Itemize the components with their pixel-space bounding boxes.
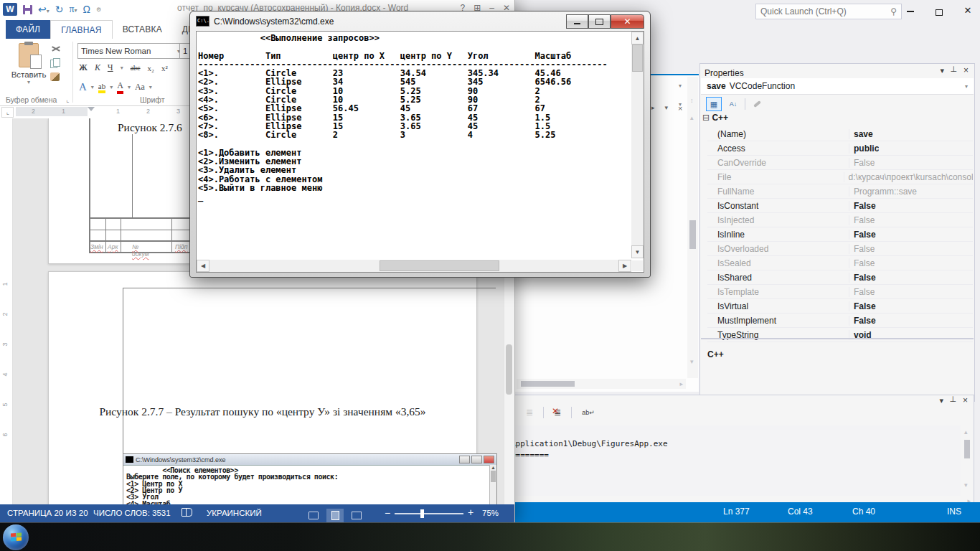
undo-icon[interactable]: ↩▾: [38, 4, 50, 15]
scroll-up-icon[interactable]: ▲: [631, 32, 644, 44]
save-icon[interactable]: [23, 5, 32, 14]
font-color-button[interactable]: А: [117, 80, 123, 94]
chevron-down-icon[interactable]: ▾: [91, 84, 94, 90]
scrollbar-thumb[interactable]: [632, 44, 643, 72]
property-value[interactable]: False: [849, 230, 876, 240]
tab-selector[interactable]: ⌞: [1, 107, 14, 118]
chevron-down-icon[interactable]: ▾: [940, 66, 944, 75]
tab-file[interactable]: ФАЙЛ: [6, 20, 50, 39]
property-value[interactable]: False: [849, 201, 876, 211]
superscript-button[interactable]: x²: [161, 64, 168, 72]
cmd-window[interactable]: C:\. C:\Windows\system32\cmd.exe ✕ <<Вып…: [189, 11, 651, 278]
categorized-icon[interactable]: ▦: [706, 97, 722, 111]
property-row[interactable]: FullNameProgramm::save: [707, 184, 973, 199]
property-row[interactable]: TypeStringvoid: [707, 328, 973, 342]
output-content[interactable]: Application1\Debug\FiguresApp.exe ======…: [507, 425, 961, 496]
property-value[interactable]: False: [849, 215, 875, 225]
close-button[interactable]: ✕: [611, 14, 644, 29]
underline-button[interactable]: Ч: [108, 62, 113, 73]
output-header-grab[interactable]: [510, 398, 928, 404]
format-painter-icon[interactable]: [50, 72, 60, 81]
language-indicator[interactable]: УКРАИНСКИЙ: [207, 509, 262, 517]
minimize-button[interactable]: [566, 14, 588, 29]
italic-button[interactable]: К: [95, 62, 100, 73]
symbol-icon[interactable]: Ω: [83, 4, 90, 15]
scroll-up-icon[interactable]: ▴: [964, 428, 968, 435]
chevron-down-icon[interactable]: ▾: [679, 83, 682, 89]
properties-header[interactable]: Properties: [705, 66, 931, 76]
property-row[interactable]: IsInlineFalse: [707, 227, 973, 242]
editor-vertical-scrollbar[interactable]: ↕ ▴ ▾: [687, 77, 698, 378]
restore-button[interactable]: [930, 6, 948, 19]
property-value[interactable]: False: [849, 244, 875, 254]
pin-icon[interactable]: ⊥: [949, 395, 956, 404]
section-cpp[interactable]: ⊟ C++: [702, 113, 728, 126]
navigate-icon[interactable]: ≣: [526, 408, 533, 418]
scrollbar-thumb[interactable]: [380, 260, 499, 271]
console-viewport[interactable]: <<Выполнение запросов>> Номер Тип центр …: [196, 31, 644, 273]
proofing-icon[interactable]: [182, 508, 192, 518]
minimize-button[interactable]: [901, 4, 920, 17]
quick-launch-box[interactable]: Quick Launch (Ctrl+Q) ⚲: [755, 4, 902, 19]
dialog-launcher-icon[interactable]: ⌞: [66, 96, 69, 103]
scrollbar-thumb[interactable]: [521, 381, 575, 387]
web-layout-button[interactable]: [348, 509, 365, 522]
property-value[interactable]: d:\курсач\проект\kursach\console: [844, 172, 973, 182]
change-case-button[interactable]: Аа: [135, 82, 145, 93]
cmd-titlebar[interactable]: C:\. C:\Windows\system32\cmd.exe: [196, 16, 334, 27]
page-indicator[interactable]: СТРАНИЦА 20 ИЗ 20: [7, 509, 88, 517]
collapse-icon[interactable]: ⊟: [702, 113, 710, 123]
property-value[interactable]: False: [849, 158, 875, 168]
zoom-level[interactable]: 75%: [482, 509, 499, 517]
console-horizontal-scrollbar[interactable]: ◀ ▶: [197, 260, 631, 272]
object-selector-combo[interactable]: save VCCodeFunction ▾: [701, 78, 974, 95]
zoom-out-button[interactable]: −: [385, 507, 390, 519]
editor-mini-toolbar[interactable]: ▸ ▾ ×: [651, 104, 683, 113]
property-value[interactable]: False: [849, 273, 876, 283]
word-count[interactable]: ЧИСЛО СЛОВ: 3531: [93, 509, 171, 517]
page-2[interactable]: C:\Windows\system32\cmd.exe <<Поиск елем…: [48, 271, 477, 504]
property-value[interactable]: public: [849, 143, 879, 154]
clear-all-icon[interactable]: ≣✕: [554, 408, 561, 418]
indent-marker[interactable]: [88, 107, 95, 115]
scroll-up-icon[interactable]: ▴: [690, 114, 694, 121]
highlight-button[interactable]: ab: [98, 82, 105, 93]
close-icon[interactable]: ×: [963, 65, 969, 75]
property-row[interactable]: MustImplementFalse: [707, 314, 973, 328]
zoom-slider-track[interactable]: [395, 513, 463, 514]
maximize-button[interactable]: [588, 14, 611, 29]
scroll-right-icon[interactable]: ▸: [679, 380, 683, 387]
scrollbar-thumb[interactable]: [506, 344, 512, 395]
zoom-in-button[interactable]: +: [468, 507, 473, 518]
output-vertical-scrollbar[interactable]: ▴ ▾: [962, 425, 972, 494]
chevron-down-icon[interactable]: ▾: [665, 104, 669, 113]
scroll-right-icon[interactable]: ▶: [618, 260, 631, 272]
paste-button[interactable]: Вставить ▾: [10, 43, 47, 85]
chevron-down-icon[interactable]: ▾: [939, 396, 943, 405]
font-name-combo[interactable]: Times New Roman ▾: [77, 43, 184, 59]
customize-qat-icon[interactable]: ⚙︎: [96, 6, 101, 13]
property-row[interactable]: IsOverloadedFalse: [707, 242, 973, 256]
scrollbar-thumb[interactable]: [964, 440, 970, 458]
scrollbar-thumb[interactable]: [689, 220, 696, 249]
chevron-down-icon[interactable]: ▾: [110, 84, 113, 90]
word-wrap-icon[interactable]: ab↵: [582, 409, 595, 416]
bold-button[interactable]: Ж: [79, 62, 88, 73]
panel-splitter[interactable]: [701, 338, 974, 339]
property-row[interactable]: Accesspublic: [707, 141, 973, 156]
resize-gripper[interactable]: [632, 260, 643, 271]
vertical-ruler[interactable]: 123456: [0, 118, 13, 504]
pin-icon[interactable]: ⊥: [950, 65, 957, 74]
editor-horizontal-scrollbar[interactable]: ▸: [517, 379, 686, 389]
property-value[interactable]: False: [849, 287, 875, 297]
property-row[interactable]: Filed:\курсач\проект\kursach\console: [707, 170, 973, 184]
scroll-split-icon[interactable]: ↕: [690, 97, 694, 104]
property-value[interactable]: False: [849, 301, 876, 311]
zoom-slider-thumb[interactable]: [420, 509, 424, 518]
close-button[interactable]: ✕: [958, 4, 977, 17]
property-value[interactable]: False: [849, 316, 876, 326]
scroll-down-icon[interactable]: ▾: [964, 481, 968, 489]
chevron-down-icon[interactable]: ▾: [128, 84, 131, 90]
sort-alphabetical-icon[interactable]: A↓: [726, 98, 740, 110]
property-value[interactable]: save: [849, 129, 873, 139]
